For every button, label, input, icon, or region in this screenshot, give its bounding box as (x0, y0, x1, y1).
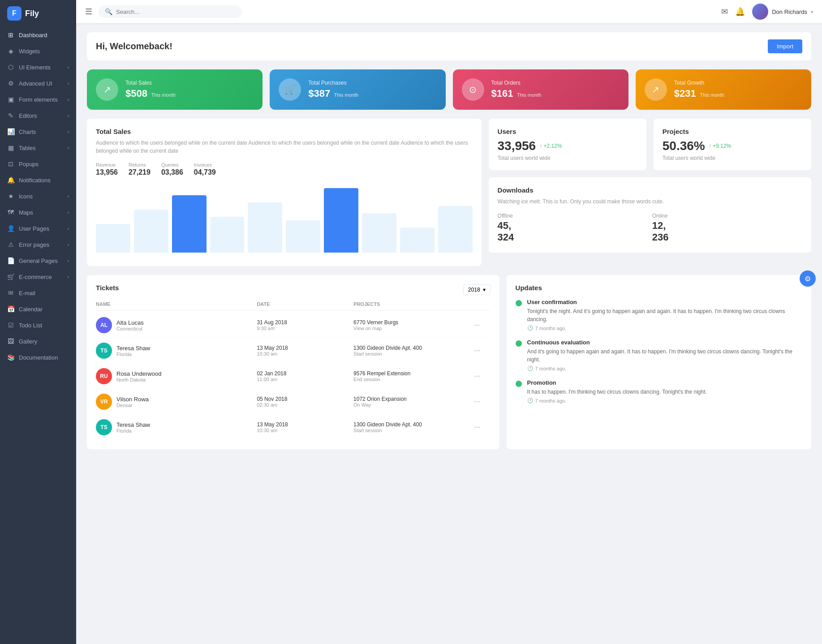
invoices-value: 04,739 (194, 168, 216, 176)
search-box[interactable]: 🔍 (99, 5, 242, 18)
ticket-user: TS Teresa Shaw Florida (96, 419, 257, 435)
sidebar-item-dashboard[interactable]: ⊞ Dashboard (0, 27, 76, 43)
download-stats: Offline 45, 324 Online 12, 236 (498, 213, 802, 244)
year-select[interactable]: 2018 ▾ (463, 284, 491, 295)
page-title: Hi, Welcomeback! (96, 41, 172, 52)
ticket-more-button[interactable]: ··· (474, 423, 491, 431)
popups-icon: ⊡ (7, 160, 14, 167)
sidebar-item-ui-elements[interactable]: ⬡ UI Elements › (0, 59, 76, 75)
ticket-more-button[interactable]: ··· (474, 398, 491, 406)
clock-icon: 🕐 (527, 398, 534, 404)
avatar: TS (96, 343, 112, 359)
logo-area[interactable]: F Fily (0, 0, 76, 27)
stat-card-total-growth: ↗ Total Growth $231 This month (636, 69, 811, 110)
sidebar-item-documentation[interactable]: 📚 Documentation (0, 349, 76, 365)
total-sales-icon: ↗ (96, 78, 118, 101)
chart-bar (286, 220, 320, 253)
sidebar-item-user-pages[interactable]: 👤 User Pages › (0, 220, 76, 236)
ticket-time: 02:30 am (257, 402, 353, 408)
user-menu[interactable]: Don Richards ▾ (752, 4, 813, 20)
sidebar-item-icons[interactable]: ★ Icons › (0, 188, 76, 204)
ticket-more-button[interactable]: ··· (474, 372, 491, 380)
sidebar-item-editors[interactable]: ✎ Editors › (0, 107, 76, 124)
sidebar-item-label: User Pages (19, 225, 49, 232)
sidebar-item-label: Editors (19, 112, 37, 119)
update-heading: Continuous evaluation (527, 339, 802, 346)
stat-label: Total Growth (674, 80, 802, 86)
ticket-action: End session (353, 377, 474, 382)
editors-icon: ✎ (7, 112, 14, 119)
tickets-widget: Tickets 2018 ▾ NAME DATE PROJECTS AL (87, 275, 499, 449)
chevron-right-icon: › (68, 81, 69, 86)
sidebar-item-charts[interactable]: 📊 Charts › (0, 124, 76, 140)
ticket-user: RU Rosa Underwood North Dakota (96, 368, 257, 384)
queries-label: Queries (161, 162, 183, 167)
sidebar-item-general-pages[interactable]: 📄 General Pages › (0, 253, 76, 269)
ticket-more-button[interactable]: ··· (474, 347, 491, 355)
sidebar-item-label: E-mail (19, 290, 35, 296)
update-text: It has to happen. I'm thinking two circu… (527, 388, 707, 396)
year-value: 2018 (468, 287, 480, 293)
col-name: NAME (96, 301, 257, 307)
sidebar-item-popups[interactable]: ⊡ Popups (0, 156, 76, 172)
update-content: Continuous evaluation And it's going to … (527, 339, 802, 371)
ticket-more-button[interactable]: ··· (474, 321, 491, 329)
stat-info: Total Purchases $387 This month (308, 80, 436, 99)
sidebar-item-widgets[interactable]: ◈ Widgets (0, 43, 76, 59)
ticket-project: 1300 Gideon Divide Apt. 400 (353, 345, 474, 351)
sidebar-item-ecommerce[interactable]: 🛒 E-commerce › (0, 269, 76, 285)
sidebar-item-advanced-ui[interactable]: ⚙ Advanced UI › (0, 75, 76, 91)
chevron-right-icon: › (68, 258, 69, 263)
content-area: Hi, Welcomeback! Import ↗ Total Sales $5… (76, 23, 822, 644)
ticket-name: Teresa Shaw (116, 345, 150, 352)
notifications-icon: 🔔 (7, 176, 14, 184)
update-item: Continuous evaluation And it's going to … (516, 339, 802, 371)
import-button[interactable]: Import (768, 39, 802, 53)
invoices-stat: Invoices 04,739 (194, 162, 216, 176)
users-title: Users (498, 128, 637, 135)
total-sales-desc: Audience to which the users belonged whi… (96, 139, 473, 155)
menu-toggle-icon[interactable]: ☰ (85, 7, 92, 17)
online-label: Online (652, 213, 802, 219)
avatar-image (752, 4, 768, 20)
main-area: ☰ 🔍 ✉ 🔔 Don Richards ▾ Hi, Welcomeback! … (76, 0, 822, 644)
users-change: ↑ +2.12% (539, 143, 562, 149)
sidebar-item-label: Dashboard (19, 32, 47, 39)
chart-bar (362, 213, 396, 253)
sidebar-item-label: Tables (19, 145, 36, 151)
bell-icon[interactable]: 🔔 (735, 7, 745, 17)
settings-button[interactable]: ⚙ (800, 270, 816, 287)
avatar: AL (96, 317, 112, 333)
users-widget: Users 33,956 ↑ +2.12% Total users world … (489, 119, 646, 170)
sidebar-item-label: Maps (19, 209, 33, 216)
ticket-time: 9:30 am (257, 326, 353, 331)
update-item: User confirmation Tonight's the night. A… (516, 299, 802, 331)
sidebar-item-label: General Pages (19, 258, 58, 264)
sidebar-item-error-pages[interactable]: ⚠ Error pages › (0, 236, 76, 253)
update-time: 🕐 7 months ago. (527, 365, 802, 371)
sidebar-item-email[interactable]: ✉ E-mail (0, 285, 76, 301)
sidebar-item-label: Charts (19, 129, 36, 135)
mail-icon[interactable]: ✉ (721, 7, 728, 17)
sidebar-item-form-elements[interactable]: ▣ Form elements › (0, 91, 76, 107)
ticket-project: 9576 Rempel Extension (353, 370, 474, 377)
form-elements-icon: ▣ (7, 96, 14, 103)
charts-icon: 📊 (7, 128, 14, 135)
sidebar-item-tables[interactable]: ▦ Tables › (0, 140, 76, 156)
chevron-right-icon: › (68, 65, 69, 70)
stat-value: $387 (308, 88, 330, 99)
sidebar-item-notifications[interactable]: 🔔 Notifications (0, 172, 76, 188)
col-date: DATE (257, 301, 353, 307)
sidebar-item-todo[interactable]: ☑ Todo List (0, 317, 76, 333)
sidebar-item-calendar[interactable]: 📅 Calendar (0, 301, 76, 317)
avatar: RU (96, 368, 112, 384)
search-input[interactable] (116, 9, 236, 15)
sidebar-item-maps[interactable]: 🗺 Maps › (0, 204, 76, 220)
revenue-label: Revenue (96, 162, 118, 167)
sidebar-item-gallery[interactable]: 🖼 Gallery (0, 333, 76, 349)
stat-card-total-orders: ⊙ Total Orders $161 This month (453, 69, 628, 110)
ticket-action: On Way (353, 402, 474, 408)
ticket-location: North Dakota (116, 377, 161, 382)
ticket-action: Start session (353, 351, 474, 356)
ticket-project: 6770 Verner Burgs (353, 319, 474, 326)
